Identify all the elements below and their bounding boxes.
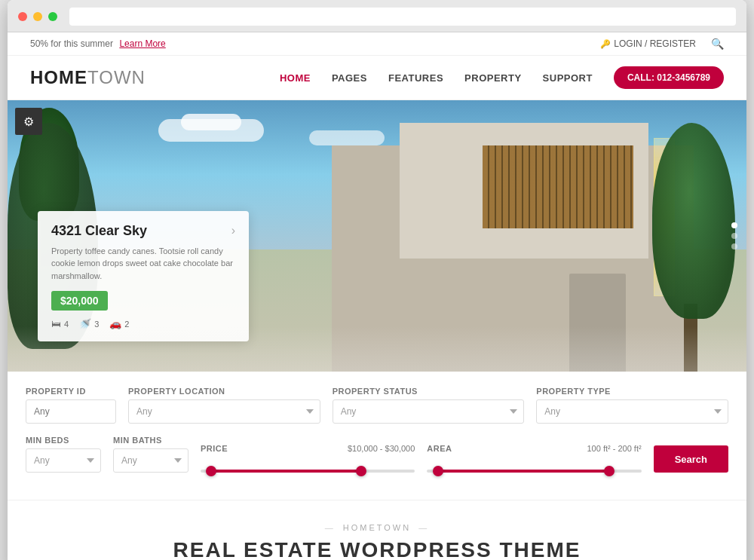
top-bar-actions: 🔑 LOGIN / REGISTER 🔍 xyxy=(600,38,724,50)
footer-subtitle-text: HOMETOWN xyxy=(343,523,411,532)
nav-item-pages[interactable]: PAGES xyxy=(332,72,367,84)
property-location-select[interactable]: Any New York Los Angeles Chicago xyxy=(128,399,320,424)
field-property-id: Property ID xyxy=(26,387,116,424)
field-property-location: Property Location Any New York Los Angel… xyxy=(128,387,320,424)
login-register-link[interactable]: 🔑 LOGIN / REGISTER xyxy=(600,38,696,49)
min-beds-label: Min Beds xyxy=(26,436,101,445)
announcement-message: 50% for this summer xyxy=(30,38,113,49)
login-text: LOGIN / REGISTER xyxy=(614,38,696,49)
property-card-arrow[interactable]: › xyxy=(231,224,235,237)
area-label-row: Area 100 ft² - 200 ft² xyxy=(427,444,641,453)
site-header: HOMETOWN HOME PAGES FEATURES PROPERTY SU… xyxy=(8,56,746,100)
call-button[interactable]: CALL: 012-3456789 xyxy=(614,66,724,89)
window-louvers xyxy=(483,145,633,228)
min-beds-select[interactable]: Any 1 2 3 4 5+ xyxy=(26,448,101,473)
field-property-status: Property Status Any For Sale For Rent So… xyxy=(333,387,525,424)
footer-section: HOMETOWN REAL ESTATE WORDPRESS THEME xyxy=(8,500,746,560)
footer-subtitle: HOMETOWN xyxy=(23,523,731,532)
property-card: 4321 Clear Sky › Property toffee candy c… xyxy=(38,211,249,342)
browser-chrome xyxy=(8,0,746,32)
price-slider-fill xyxy=(211,470,361,473)
price-slider-track[interactable] xyxy=(201,470,415,473)
search-row-1: Property ID Property Location Any New Yo… xyxy=(26,387,728,424)
field-price: Price $10,000 - $30,000 xyxy=(201,444,415,473)
browser-window: 50% for this summer Learn More 🔑 LOGIN /… xyxy=(8,0,746,560)
footer-title: REAL ESTATE WORDPRESS THEME xyxy=(23,538,731,560)
hero-section: ⚙ 4321 Clear Sky › Property toffee candy… xyxy=(8,100,746,372)
nav-item-property[interactable]: PROPERTY xyxy=(464,72,522,84)
area-slider-fill xyxy=(438,470,609,473)
logo-bold: HOME xyxy=(30,67,87,87)
search-row-2: Min Beds Any 1 2 3 4 5+ Min Baths Any 1 … xyxy=(26,436,728,473)
property-type-select[interactable]: Any House Apartment Villa xyxy=(536,399,728,424)
slider-dot-3[interactable] xyxy=(731,243,737,249)
property-description: Property toffee candy canes. Tootsie rol… xyxy=(51,245,235,283)
property-title: 4321 Clear Sky xyxy=(51,223,147,239)
hero-overlay xyxy=(8,326,746,372)
minimize-dot[interactable] xyxy=(33,12,42,21)
address-bar[interactable] xyxy=(69,8,736,26)
slider-dots xyxy=(731,222,737,249)
site-logo[interactable]: HOMETOWN xyxy=(30,67,146,88)
nav-item-support[interactable]: SUPPORT xyxy=(543,72,593,84)
property-location-label: Property Location xyxy=(128,387,320,396)
announcement-bar: 50% for this summer Learn More 🔑 LOGIN /… xyxy=(8,32,746,56)
tree-foliage-right xyxy=(652,123,735,319)
maximize-dot[interactable] xyxy=(48,12,57,21)
slider-dot-1[interactable] xyxy=(731,222,737,228)
field-min-beds: Min Beds Any 1 2 3 4 5+ xyxy=(26,436,101,473)
price-label: Price xyxy=(201,444,228,453)
property-price: $20,000 xyxy=(51,291,108,311)
close-dot[interactable] xyxy=(18,12,27,21)
field-area: Area 100 ft² - 200 ft² xyxy=(427,444,641,473)
gear-icon: ⚙ xyxy=(23,115,34,129)
area-slider-thumb-left[interactable] xyxy=(433,466,443,476)
key-icon: 🔑 xyxy=(600,39,611,49)
nav-item-features[interactable]: FEATURES xyxy=(388,72,443,84)
price-slider-thumb-left[interactable] xyxy=(206,466,216,476)
property-id-label: Property ID xyxy=(26,387,116,396)
settings-button[interactable]: ⚙ xyxy=(15,108,42,135)
area-range-display: 100 ft² - 200 ft² xyxy=(587,444,641,453)
price-slider-thumb-right[interactable] xyxy=(356,466,366,476)
price-range-display: $10,000 - $30,000 xyxy=(348,444,415,453)
learn-more-link[interactable]: Learn More xyxy=(119,38,165,49)
louver-pattern xyxy=(483,145,633,228)
field-min-baths: Min Baths Any 1 2 3 4 5+ xyxy=(113,436,188,473)
main-nav: HOME PAGES FEATURES PROPERTY SUPPORT CAL… xyxy=(280,66,724,89)
area-slider-track[interactable] xyxy=(427,470,641,473)
area-slider-thumb-right[interactable] xyxy=(604,466,615,476)
top-search-icon[interactable]: 🔍 xyxy=(711,38,724,50)
nav-item-home[interactable]: HOME xyxy=(280,72,311,84)
property-status-label: Property Status xyxy=(333,387,525,396)
property-id-input[interactable] xyxy=(26,399,116,424)
property-card-header: 4321 Clear Sky › xyxy=(51,223,235,239)
cloud-1b xyxy=(181,114,241,130)
announcement-text: 50% for this summer Learn More xyxy=(30,38,166,49)
area-label: Area xyxy=(427,444,452,453)
min-baths-select[interactable]: Any 1 2 3 4 5+ xyxy=(113,448,188,473)
property-status-select[interactable]: Any For Sale For Rent Sold xyxy=(333,399,525,424)
property-type-label: Property Type xyxy=(536,387,728,396)
price-label-row: Price $10,000 - $30,000 xyxy=(201,444,415,453)
slider-dot-2[interactable] xyxy=(731,233,737,239)
search-panel: Property ID Property Location Any New Yo… xyxy=(8,372,746,500)
min-baths-label: Min Baths xyxy=(113,436,188,445)
field-property-type: Property Type Any House Apartment Villa xyxy=(536,387,728,424)
logo-light: TOWN xyxy=(87,67,146,87)
search-button[interactable]: Search xyxy=(654,445,728,473)
